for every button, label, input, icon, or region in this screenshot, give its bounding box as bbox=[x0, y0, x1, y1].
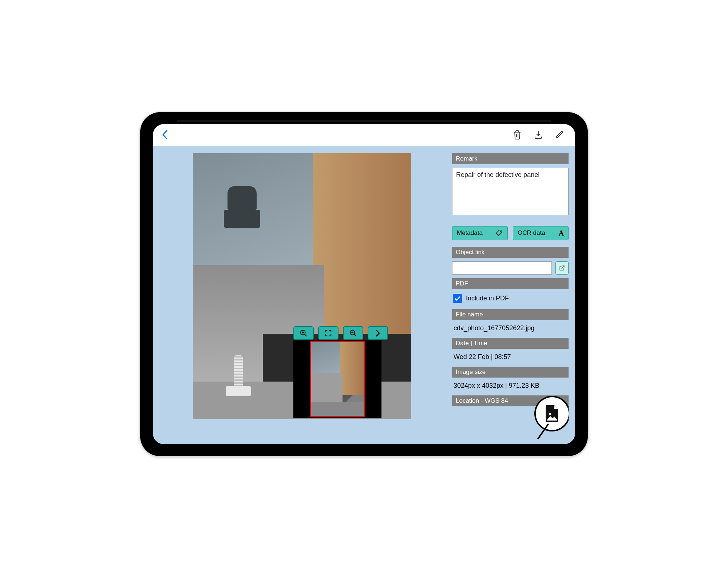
trash-icon[interactable] bbox=[512, 129, 523, 140]
app-screen: Remark Repair of the defective panel Met… bbox=[153, 124, 575, 444]
svg-point-8 bbox=[549, 413, 551, 415]
edit-pencil-icon[interactable] bbox=[554, 129, 565, 140]
open-link-button[interactable] bbox=[555, 261, 569, 275]
include-pdf-label: Include in PDF bbox=[466, 295, 509, 302]
metadata-button-label: Metadata bbox=[457, 229, 483, 237]
filename-header: File name bbox=[452, 309, 569, 320]
minimap-viewport[interactable] bbox=[310, 341, 365, 417]
minimap-container bbox=[293, 340, 381, 418]
external-link-icon bbox=[559, 265, 565, 271]
zoom-in-button[interactable] bbox=[293, 326, 314, 340]
datetime-header: Date | Time bbox=[452, 338, 569, 349]
metadata-button[interactable]: Metadata bbox=[452, 226, 508, 240]
svg-line-5 bbox=[354, 334, 356, 336]
back-button[interactable] bbox=[159, 129, 170, 140]
ocr-data-button[interactable]: OCR data A bbox=[513, 226, 569, 240]
top-bar bbox=[153, 124, 575, 146]
include-pdf-checkbox[interactable] bbox=[453, 294, 462, 303]
download-icon[interactable] bbox=[533, 129, 544, 140]
tag-icon bbox=[496, 229, 503, 237]
object-link-header: Object link bbox=[452, 247, 569, 258]
imagesize-value: 3024px x 4032px | 971.23 KB bbox=[452, 381, 569, 392]
font-a-icon: A bbox=[559, 229, 564, 237]
imagesize-header: Image size bbox=[452, 367, 569, 378]
image-file-fab[interactable] bbox=[534, 396, 569, 431]
filename-value: cdv_photo_1677052622.jpg bbox=[452, 324, 569, 334]
datetime-value: Wed 22 Feb | 08:57 bbox=[452, 352, 569, 363]
svg-line-1 bbox=[305, 334, 307, 336]
object-link-input[interactable] bbox=[452, 261, 552, 275]
details-sidebar: Remark Repair of the defective panel Met… bbox=[452, 153, 569, 444]
zoom-controls bbox=[293, 326, 388, 340]
remark-header: Remark bbox=[452, 153, 569, 164]
tablet-frame: Remark Repair of the defective panel Met… bbox=[140, 112, 588, 456]
fit-screen-button[interactable] bbox=[318, 326, 339, 340]
pdf-header: PDF bbox=[452, 278, 569, 289]
svg-point-7 bbox=[500, 231, 501, 232]
content-area: Remark Repair of the defective panel Met… bbox=[153, 146, 575, 444]
image-file-icon bbox=[544, 405, 560, 423]
ocr-button-label: OCR data bbox=[518, 229, 545, 237]
zoom-out-button[interactable] bbox=[343, 326, 363, 340]
remark-textarea[interactable]: Repair of the defective panel bbox=[452, 168, 569, 215]
image-panel bbox=[159, 153, 445, 444]
next-image-button[interactable] bbox=[368, 326, 388, 340]
